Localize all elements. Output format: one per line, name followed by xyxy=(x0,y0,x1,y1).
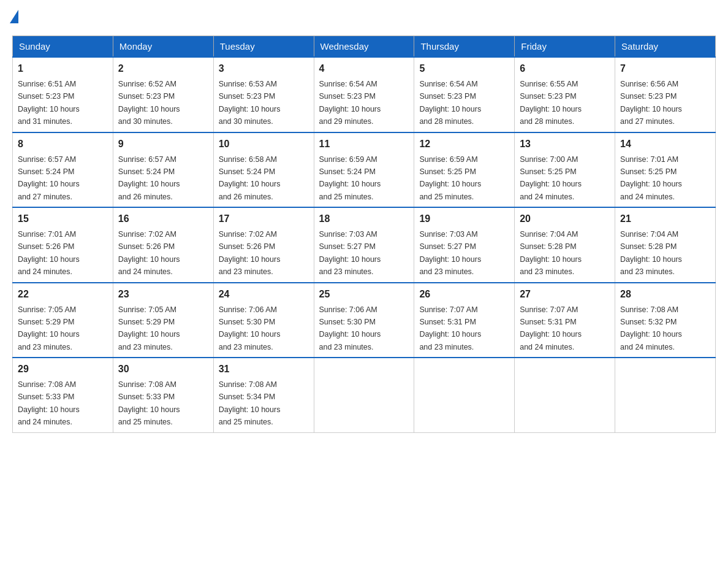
day-number: 8 xyxy=(18,137,108,151)
day-number: 24 xyxy=(219,287,309,302)
day-number: 20 xyxy=(520,212,610,226)
calendar-cell: 17 Sunrise: 7:02 AMSunset: 5:26 PMDaylig… xyxy=(213,207,314,283)
calendar-cell: 9 Sunrise: 6:57 AMSunset: 5:24 PMDayligh… xyxy=(113,132,213,208)
day-number: 28 xyxy=(620,287,710,302)
day-info: Sunrise: 7:03 AMSunset: 5:27 PMDaylight:… xyxy=(319,230,381,276)
column-header-thursday: Thursday xyxy=(414,36,515,58)
calendar-header-row: SundayMondayTuesdayWednesdayThursdayFrid… xyxy=(13,36,716,58)
day-number: 22 xyxy=(18,287,108,302)
column-header-wednesday: Wednesday xyxy=(314,36,414,58)
calendar-cell xyxy=(414,358,515,432)
day-info: Sunrise: 6:59 AMSunset: 5:25 PMDaylight:… xyxy=(419,155,481,201)
calendar-cell: 31 Sunrise: 7:08 AMSunset: 5:34 PMDaylig… xyxy=(213,358,314,432)
calendar-cell: 6 Sunrise: 6:55 AMSunset: 5:23 PMDayligh… xyxy=(515,57,615,132)
day-number: 25 xyxy=(319,287,409,302)
calendar-cell: 11 Sunrise: 6:59 AMSunset: 5:24 PMDaylig… xyxy=(314,132,414,208)
day-number: 3 xyxy=(219,61,309,76)
page-header xyxy=(12,12,716,23)
day-info: Sunrise: 6:54 AMSunset: 5:23 PMDaylight:… xyxy=(319,80,381,126)
day-info: Sunrise: 6:52 AMSunset: 5:23 PMDaylight:… xyxy=(118,80,180,126)
calendar-cell: 20 Sunrise: 7:04 AMSunset: 5:28 PMDaylig… xyxy=(515,207,615,283)
calendar-cell: 8 Sunrise: 6:57 AMSunset: 5:24 PMDayligh… xyxy=(13,132,113,208)
calendar-cell: 12 Sunrise: 6:59 AMSunset: 5:25 PMDaylig… xyxy=(414,132,515,208)
calendar-cell xyxy=(615,358,716,432)
day-info: Sunrise: 7:03 AMSunset: 5:27 PMDaylight:… xyxy=(419,230,481,276)
day-info: Sunrise: 6:51 AMSunset: 5:23 PMDaylight:… xyxy=(18,80,80,126)
day-number: 7 xyxy=(620,61,710,76)
day-number: 30 xyxy=(118,362,208,377)
day-info: Sunrise: 7:05 AMSunset: 5:29 PMDaylight:… xyxy=(118,305,180,351)
calendar-cell: 15 Sunrise: 7:01 AMSunset: 5:26 PMDaylig… xyxy=(13,207,113,283)
calendar-cell: 25 Sunrise: 7:06 AMSunset: 5:30 PMDaylig… xyxy=(314,283,414,358)
day-number: 23 xyxy=(118,287,208,302)
calendar-cell: 5 Sunrise: 6:54 AMSunset: 5:23 PMDayligh… xyxy=(414,57,515,132)
day-number: 16 xyxy=(118,212,208,226)
calendar-cell: 10 Sunrise: 6:58 AMSunset: 5:24 PMDaylig… xyxy=(213,132,314,208)
calendar-cell: 13 Sunrise: 7:00 AMSunset: 5:25 PMDaylig… xyxy=(515,132,615,208)
calendar-cell xyxy=(314,358,414,432)
day-info: Sunrise: 6:53 AMSunset: 5:23 PMDaylight:… xyxy=(219,80,281,126)
calendar-cell: 1 Sunrise: 6:51 AMSunset: 5:23 PMDayligh… xyxy=(13,57,113,132)
day-number: 26 xyxy=(419,287,509,302)
day-info: Sunrise: 7:02 AMSunset: 5:26 PMDaylight:… xyxy=(118,230,180,276)
calendar-cell: 30 Sunrise: 7:08 AMSunset: 5:33 PMDaylig… xyxy=(113,358,213,432)
calendar-week-row: 1 Sunrise: 6:51 AMSunset: 5:23 PMDayligh… xyxy=(13,57,716,132)
day-number: 18 xyxy=(319,212,409,226)
day-info: Sunrise: 7:06 AMSunset: 5:30 PMDaylight:… xyxy=(319,305,381,351)
day-number: 10 xyxy=(219,137,309,151)
calendar-cell: 24 Sunrise: 7:06 AMSunset: 5:30 PMDaylig… xyxy=(213,283,314,358)
day-info: Sunrise: 7:08 AMSunset: 5:32 PMDaylight:… xyxy=(620,305,682,351)
day-number: 31 xyxy=(219,362,309,377)
day-number: 17 xyxy=(219,212,309,226)
day-number: 4 xyxy=(319,61,409,76)
column-header-sunday: Sunday xyxy=(13,36,113,58)
day-number: 13 xyxy=(520,137,610,151)
calendar-cell: 19 Sunrise: 7:03 AMSunset: 5:27 PMDaylig… xyxy=(414,207,515,283)
day-info: Sunrise: 7:04 AMSunset: 5:28 PMDaylight:… xyxy=(620,230,682,276)
calendar-cell: 16 Sunrise: 7:02 AMSunset: 5:26 PMDaylig… xyxy=(113,207,213,283)
day-info: Sunrise: 6:55 AMSunset: 5:23 PMDaylight:… xyxy=(520,80,582,126)
calendar-cell: 26 Sunrise: 7:07 AMSunset: 5:31 PMDaylig… xyxy=(414,283,515,358)
calendar-table: SundayMondayTuesdayWednesdayThursdayFrid… xyxy=(12,36,716,433)
day-info: Sunrise: 6:57 AMSunset: 5:24 PMDaylight:… xyxy=(18,155,80,201)
day-info: Sunrise: 7:05 AMSunset: 5:29 PMDaylight:… xyxy=(18,305,80,351)
day-number: 9 xyxy=(118,137,208,151)
day-info: Sunrise: 6:59 AMSunset: 5:24 PMDaylight:… xyxy=(319,155,381,201)
day-number: 27 xyxy=(520,287,610,302)
day-info: Sunrise: 7:08 AMSunset: 5:34 PMDaylight:… xyxy=(219,380,281,426)
day-info: Sunrise: 6:56 AMSunset: 5:23 PMDaylight:… xyxy=(620,80,682,126)
calendar-week-row: 29 Sunrise: 7:08 AMSunset: 5:33 PMDaylig… xyxy=(13,358,716,432)
day-info: Sunrise: 7:04 AMSunset: 5:28 PMDaylight:… xyxy=(520,230,582,276)
day-number: 1 xyxy=(18,61,108,76)
day-number: 6 xyxy=(520,61,610,76)
day-info: Sunrise: 6:57 AMSunset: 5:24 PMDaylight:… xyxy=(118,155,180,201)
logo-triangle-icon xyxy=(10,10,18,23)
calendar-cell: 14 Sunrise: 7:01 AMSunset: 5:25 PMDaylig… xyxy=(615,132,716,208)
calendar-cell: 29 Sunrise: 7:08 AMSunset: 5:33 PMDaylig… xyxy=(13,358,113,432)
day-info: Sunrise: 6:54 AMSunset: 5:23 PMDaylight:… xyxy=(419,80,481,126)
day-number: 15 xyxy=(18,212,108,226)
calendar-week-row: 8 Sunrise: 6:57 AMSunset: 5:24 PMDayligh… xyxy=(13,132,716,208)
column-header-friday: Friday xyxy=(515,36,615,58)
calendar-cell: 21 Sunrise: 7:04 AMSunset: 5:28 PMDaylig… xyxy=(615,207,716,283)
day-number: 19 xyxy=(419,212,509,226)
day-info: Sunrise: 6:58 AMSunset: 5:24 PMDaylight:… xyxy=(219,155,281,201)
calendar-cell xyxy=(515,358,615,432)
calendar-week-row: 15 Sunrise: 7:01 AMSunset: 5:26 PMDaylig… xyxy=(13,207,716,283)
day-info: Sunrise: 7:08 AMSunset: 5:33 PMDaylight:… xyxy=(118,380,180,426)
column-header-monday: Monday xyxy=(113,36,213,58)
logo xyxy=(12,12,18,23)
day-number: 14 xyxy=(620,137,710,151)
calendar-cell: 4 Sunrise: 6:54 AMSunset: 5:23 PMDayligh… xyxy=(314,57,414,132)
day-number: 11 xyxy=(319,137,409,151)
calendar-cell: 2 Sunrise: 6:52 AMSunset: 5:23 PMDayligh… xyxy=(113,57,213,132)
calendar-cell: 18 Sunrise: 7:03 AMSunset: 5:27 PMDaylig… xyxy=(314,207,414,283)
day-info: Sunrise: 7:07 AMSunset: 5:31 PMDaylight:… xyxy=(520,305,582,351)
column-header-tuesday: Tuesday xyxy=(213,36,314,58)
day-number: 5 xyxy=(419,61,509,76)
calendar-cell: 3 Sunrise: 6:53 AMSunset: 5:23 PMDayligh… xyxy=(213,57,314,132)
calendar-cell: 28 Sunrise: 7:08 AMSunset: 5:32 PMDaylig… xyxy=(615,283,716,358)
day-number: 21 xyxy=(620,212,710,226)
calendar-cell: 23 Sunrise: 7:05 AMSunset: 5:29 PMDaylig… xyxy=(113,283,213,358)
calendar-week-row: 22 Sunrise: 7:05 AMSunset: 5:29 PMDaylig… xyxy=(13,283,716,358)
